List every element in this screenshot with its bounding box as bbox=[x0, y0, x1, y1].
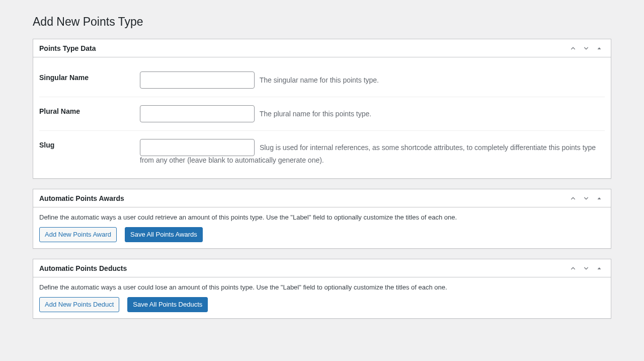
plural-name-label: Plural Name bbox=[39, 97, 140, 131]
awards-description: Define the automatic ways a user could r… bbox=[39, 213, 605, 221]
chevron-down-icon bbox=[583, 45, 590, 52]
slug-label: Slug bbox=[39, 131, 140, 173]
chevron-down-icon bbox=[583, 195, 590, 202]
panel-points-type-data: Points Type Data Singular Name The singu… bbox=[33, 39, 611, 179]
deducts-description: Define the automatic ways a user could l… bbox=[39, 283, 605, 291]
move-down-button[interactable] bbox=[581, 44, 592, 53]
save-all-points-awards-button[interactable]: Save All Points Awards bbox=[125, 227, 203, 242]
panel-actions bbox=[568, 44, 605, 53]
singular-name-input[interactable] bbox=[140, 71, 255, 89]
panel-automatic-points-deducts: Automatic Points Deducts Define the auto… bbox=[33, 259, 611, 319]
triangle-up-icon bbox=[596, 265, 603, 272]
panel-title: Automatic Points Deducts bbox=[39, 264, 127, 272]
move-up-button[interactable] bbox=[568, 44, 579, 53]
plural-name-input[interactable] bbox=[140, 105, 255, 122]
chevron-up-icon bbox=[570, 265, 577, 272]
panel-title: Points Type Data bbox=[39, 44, 96, 52]
singular-name-help: The singular name for this points type. bbox=[260, 76, 379, 84]
move-up-button[interactable] bbox=[568, 264, 579, 273]
page-title: Add New Points Type bbox=[33, 0, 611, 39]
triangle-up-icon bbox=[596, 195, 603, 202]
move-down-button[interactable] bbox=[581, 194, 592, 203]
panel-header: Points Type Data bbox=[33, 39, 611, 57]
panel-actions bbox=[568, 264, 605, 273]
panel-header: Automatic Points Deducts bbox=[33, 259, 611, 277]
add-new-points-deduct-button[interactable]: Add New Points Deduct bbox=[39, 297, 119, 312]
chevron-up-icon bbox=[570, 195, 577, 202]
chevron-up-icon bbox=[570, 45, 577, 52]
toggle-panel-button[interactable] bbox=[594, 194, 605, 203]
triangle-up-icon bbox=[596, 45, 603, 52]
move-down-button[interactable] bbox=[581, 264, 592, 273]
toggle-panel-button[interactable] bbox=[594, 264, 605, 273]
panel-header: Automatic Points Awards bbox=[33, 189, 611, 207]
toggle-panel-button[interactable] bbox=[594, 44, 605, 53]
singular-name-label: Singular Name bbox=[39, 63, 140, 97]
add-new-points-award-button[interactable]: Add New Points Award bbox=[39, 227, 117, 242]
move-up-button[interactable] bbox=[568, 194, 579, 203]
save-all-points-deducts-button[interactable]: Save All Points Deducts bbox=[127, 297, 208, 312]
chevron-down-icon bbox=[583, 265, 590, 272]
plural-name-help: The plural name for this points type. bbox=[260, 110, 372, 118]
form-table: Singular Name The singular name for this… bbox=[39, 63, 605, 172]
panel-actions bbox=[568, 194, 605, 203]
slug-input[interactable] bbox=[140, 139, 255, 156]
panel-automatic-points-awards: Automatic Points Awards Define the autom… bbox=[33, 189, 611, 249]
panel-title: Automatic Points Awards bbox=[39, 194, 124, 202]
